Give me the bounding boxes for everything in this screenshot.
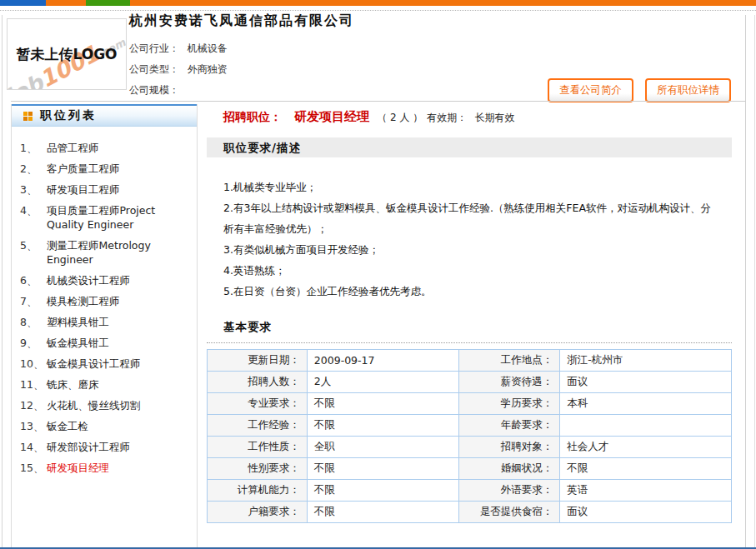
job-list-item[interactable]: 9、钣金模具钳工 [20,332,193,353]
job-item-number: 15、 [20,461,47,475]
job-item-label: 项目质量工程师Project Quality Engineer [47,203,193,232]
logo-placeholder-text: 暂未上传LOGO [8,45,126,64]
table-row: 性别要求： 不限 婚姻状况： 不限 [208,458,732,480]
page-left-border [2,15,3,549]
job-item-label: 模具检测工程师 [47,294,193,308]
job-description: 1.机械类专业毕业； 2.有3年以上结构设计或塑料模具、钣金模具设计工作经验.（… [207,157,732,307]
header-divider [11,101,746,102]
field-value: 浙江-杭州市 [560,350,732,372]
field-value: 英语 [560,480,732,502]
job-item-label: 塑料模具钳工 [47,315,193,329]
table-row: 计算机能力： 不限 外语要求： 英语 [208,480,732,502]
description-line: 2.有3年以上结构设计或塑料模具、钣金模具设计工作经验.（熟练使用相关FEA软件… [223,197,720,239]
topbar-segment-green [86,0,130,6]
job-list-item[interactable]: 14、研发部设计工程师 [20,437,193,457]
job-list-item[interactable]: 11、铣床、磨床 [20,374,193,395]
top-color-bar [0,0,756,6]
job-item-number: 7、 [20,294,47,308]
field-label: 外语要求： [458,480,560,502]
field-value: 不限 [560,458,732,480]
topbar-segment-orange [46,0,86,6]
company-size-row: 公司规模： [129,80,354,101]
all-positions-button[interactable]: 所有职位详情 [645,78,731,102]
field-value: 社会人才 [560,437,732,458]
field-value: 2009-09-17 [307,350,458,372]
basic-requirements-title: 基本要求 [207,320,732,343]
field-label: 薪资待遇： [458,372,560,393]
validity-value: 长期有效 [474,112,514,123]
field-value: 本科 [560,393,732,415]
job-item-label: 客户质量工程师 [47,162,193,176]
page-right-border-outer [754,15,755,549]
job-item-number: 13、 [20,419,47,433]
company-industry-row: 公司行业： 机械设备 [129,38,354,59]
job-list-item[interactable]: 10、钣金模具设计工程师 [20,353,193,374]
job-list-item[interactable]: 4、项目质量工程师Project Quality Engineer [20,200,193,235]
field-value: 不限 [307,415,458,437]
field-value: 不限 [307,480,458,502]
job-item-number: 2、 [20,162,47,176]
table-row: 工作性质： 全职 招聘对象： 社会人才 [208,437,732,458]
description-line: 5.在日资（台资）企业工作经验者优先考虑。 [223,281,720,302]
field-label: 更新日期： [208,350,308,372]
job-item-label: 铣床、磨床 [47,377,193,392]
job-list-item[interactable]: 12、火花机、慢丝线切割 [20,395,193,416]
job-item-number: 11、 [20,377,47,392]
job-list-item[interactable]: 3、研发项目工程师 [20,179,193,200]
table-row: 专业要求： 不限 学历要求： 本科 [208,393,732,415]
topbar-segment-orange-long [130,0,756,6]
job-item-number: 6、 [20,273,47,287]
job-item-number: 8、 [20,315,47,329]
job-list-item-active[interactable]: 15、研发项目经理 [20,457,193,478]
job-item-label: 品管工程师 [47,141,193,155]
page-right-border-inner [745,15,746,549]
job-list-item[interactable]: 2、客户质量工程师 [20,158,193,179]
job-item-number: 9、 [20,336,47,350]
job-item-label: 钣金工检 [47,419,193,433]
field-label: 专业要求： [208,393,308,415]
company-size-label: 公司规模： [129,84,179,96]
job-title: 研发项目经理 [294,109,369,124]
basic-requirements-table: 更新日期： 2009-09-17 工作地点： 浙江-杭州市 招聘人数： 2人 薪… [207,349,732,523]
job-list-header: 职位列表 [12,104,197,127]
job-list-item[interactable]: 13、钣金工检 [20,416,193,437]
company-type-row: 公司类型： 外商独资 [129,59,354,80]
job-item-label: 研发部设计工程师 [47,440,193,454]
field-value: 面议 [560,502,732,523]
job-item-label: 钣金模具设计工程师 [47,357,193,371]
job-item-number: 4、 [20,203,47,232]
dotted-separator [0,10,756,11]
job-item-number: 1、 [20,141,47,155]
field-value: 面议 [560,372,732,393]
field-value: 不限 [307,393,458,415]
job-item-number: 5、 [20,238,47,267]
job-list-item[interactable]: 6、机械类设计工程师 [20,270,193,291]
job-item-number: 14、 [20,440,47,454]
job-list-item[interactable]: 5、测量工程师Metrology Engineer [20,235,193,270]
field-value: 不限 [307,502,458,523]
description-line: 1.机械类专业毕业； [223,177,720,197]
job-list-item[interactable]: 1、品管工程师 [20,137,193,158]
job-item-label: 研发项目经理 [47,461,193,475]
headcount: （ 2 人 ） [377,112,423,123]
company-industry-value: 机械设备 [188,42,228,54]
field-value: 不限 [307,458,458,480]
job-list-item[interactable]: 8、塑料模具钳工 [20,312,193,332]
job-item-label: 测量工程师Metrology Engineer [47,238,193,267]
field-label: 婚姻状况： [458,458,560,480]
field-label: 招聘对象： [458,437,560,458]
company-type-label: 公司类型： [129,63,179,75]
field-label: 年龄要求： [458,415,560,437]
job-item-label: 研发项目工程师 [47,182,193,197]
table-row: 工作经验： 不限 年龄要求： [208,415,732,437]
field-value: 全职 [307,437,458,458]
view-company-profile-button[interactable]: 查看公司简介 [548,78,633,102]
job-list-item[interactable]: 7、模具检测工程师 [20,291,193,312]
field-label: 工作经验： [208,415,308,437]
job-item-label: 钣金模具钳工 [47,336,193,350]
field-label: 是否提供食宿： [458,502,560,523]
field-label: 计算机能力： [208,480,308,502]
company-industry-label: 公司行业： [129,42,179,54]
recruit-position-label: 招聘职位： [223,110,282,123]
company-type-value: 外商独资 [188,63,228,75]
